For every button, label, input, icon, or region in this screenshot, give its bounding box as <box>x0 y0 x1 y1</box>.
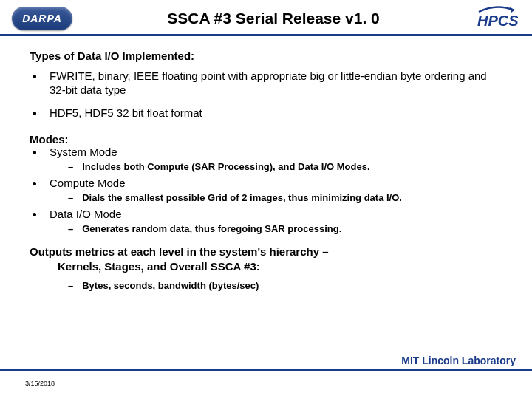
outputs-sub-text: Bytes, seconds, bandwidth (bytes/sec) <box>82 280 259 291</box>
list-item: FWRITE, binary, IEEE floating point with… <box>30 69 505 98</box>
bullet-icon <box>33 151 36 154</box>
sub-item-text: Dials the smallest possible Grid of 2 im… <box>82 192 402 203</box>
arrow-arc-icon <box>479 7 514 12</box>
footer-date: 3/15/2018 <box>25 380 55 387</box>
hpcs-logo-text: HPCS <box>477 13 519 29</box>
sub-item: – Dials the smallest possible Grid of 2 … <box>30 192 505 203</box>
sub-item-text: Includes both Compute (SAR Processing), … <box>82 161 369 172</box>
bullet-icon <box>33 213 36 216</box>
modes-list: Data I/O Mode <box>30 208 505 222</box>
outputs-sub: – Bytes, seconds, bandwidth (bytes/sec) <box>30 280 505 291</box>
modes-heading: Modes: <box>30 133 505 146</box>
list-item: Data I/O Mode <box>30 208 505 222</box>
types-heading: Types of Data I/O Implemented: <box>30 50 505 62</box>
footer-lab: MIT Lincoln Laboratory <box>401 355 516 366</box>
dash-icon: – <box>68 280 73 291</box>
bullet-icon <box>33 75 36 78</box>
slide-title: SSCA #3 Serial Release v1. 0 <box>72 10 474 27</box>
sub-item-text: Generates random data, thus foregoing SA… <box>82 223 341 234</box>
slide-header: DARPA SSCA #3 Serial Release v1. 0 HPCS <box>0 0 532 36</box>
sub-item: – Includes both Compute (SAR Processing)… <box>30 161 505 172</box>
outputs-block: Outputs metrics at each level in the sys… <box>30 245 505 275</box>
hpcs-logo: HPCS <box>474 6 520 31</box>
list-item: HDF5, HDF5 32 bit float format <box>30 106 505 120</box>
list-item-text: Compute Mode <box>50 177 126 191</box>
modes-list: System Mode <box>30 146 505 160</box>
list-item-text: FWRITE, binary, IEEE floating point with… <box>50 69 505 98</box>
darpa-logo-text: DARPA <box>22 13 62 24</box>
sub-item: – Generates random data, thus foregoing … <box>30 223 505 234</box>
bullet-icon <box>33 112 36 115</box>
list-item: Compute Mode <box>30 177 505 191</box>
list-item-text: HDF5, HDF5 32 bit float format <box>50 106 202 120</box>
slide-body: Types of Data I/O Implemented: FWRITE, b… <box>0 36 532 291</box>
darpa-logo: DARPA <box>12 7 72 30</box>
list-item-text: Data I/O Mode <box>50 208 122 222</box>
types-list: FWRITE, binary, IEEE floating point with… <box>30 69 505 120</box>
dash-icon: – <box>68 223 73 234</box>
dash-icon: – <box>68 192 73 203</box>
dash-icon: – <box>68 161 73 172</box>
outputs-line1: Outputs metrics at each level in the sys… <box>30 245 329 258</box>
modes-list: Compute Mode <box>30 177 505 191</box>
list-item-text: System Mode <box>50 146 117 160</box>
footer-divider <box>0 369 532 371</box>
bullet-icon <box>33 182 36 185</box>
outputs-line2: Kernels, Stages, and Overall SSCA #3: <box>30 259 505 274</box>
list-item: System Mode <box>30 146 505 160</box>
